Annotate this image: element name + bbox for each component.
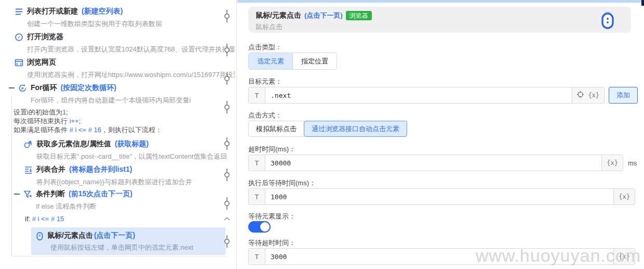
connector-node[interactable] bbox=[223, 44, 231, 56]
step-header-note: (点击下一页) bbox=[304, 11, 343, 20]
click-method-label: 点击方式： bbox=[248, 111, 282, 120]
btn-auto-click-via-browser-api[interactable]: 通过浏览器接口自动点击元素 bbox=[304, 121, 407, 137]
btn-simulate-mouse-click[interactable]: 模拟鼠标点击 bbox=[248, 121, 304, 137]
input-addon-icons: {x} bbox=[572, 87, 604, 103]
connector-node[interactable] bbox=[223, 197, 231, 210]
timeout-row: T 30000 {x} ms bbox=[248, 155, 643, 171]
mouse-icon-large bbox=[601, 10, 614, 30]
step-mouse-click-selected[interactable]: 鼠标/元素点击 (点击下一页) 使用鼠标按钮左键，单击网页中的选定元素.next bbox=[31, 227, 225, 255]
connector-node[interactable] bbox=[223, 235, 231, 248]
step-title: 鼠标/元素点击 bbox=[47, 231, 93, 240]
wait-element-shown-label: 等待元素显示： bbox=[248, 212, 296, 221]
step-get-elements-info[interactable]: 获取多元素信息/属性值 (获取标题) 获取目标元素".post--card__t… bbox=[24, 139, 227, 161]
step-for-loop[interactable]: F For循环 (按固定次数循环) For循环，组件内将自动新建一个本级循环内局… bbox=[9, 83, 191, 105]
loop-init-line: 设置i的初始值为1; bbox=[14, 108, 162, 117]
loop-step-line: 每次循环结束执行 i++; bbox=[14, 117, 162, 125]
target-element-value[interactable]: .next bbox=[265, 87, 572, 103]
connector-node[interactable] bbox=[223, 10, 231, 22]
step-desc: 使用浏览器实例，打开网址https://www.woshipm.com/u/15… bbox=[27, 70, 235, 80]
step-properties-panel: 鼠标/元素点击 (点击下一页) 浏览器 鼠标点击 点击类型： 选定元素 指定位置… bbox=[237, 0, 644, 269]
click-type-tabs: 选定元素 指定位置 bbox=[248, 53, 337, 70]
if-condition-value: # i <= # 15 bbox=[32, 215, 64, 223]
step-condition[interactable]: 条件判断 (前15次点击下一页) If else 流程条件判断 bbox=[14, 189, 132, 211]
browser-badge: 浏览器 bbox=[346, 11, 372, 20]
step-note-link: (获取标题) bbox=[115, 139, 149, 149]
step-header-card: 鼠标/元素点击 (点击下一页) 浏览器 鼠标点击 bbox=[248, 7, 631, 33]
tab-selected-element[interactable]: 选定元素 bbox=[249, 53, 292, 69]
open-browser-icon bbox=[15, 33, 23, 42]
variable-icon[interactable]: {x} bbox=[588, 92, 599, 99]
target-element-label: 目标元素： bbox=[248, 77, 282, 86]
text-type-prefix: T bbox=[249, 189, 265, 204]
scrollbar-thumb[interactable] bbox=[641, 0, 644, 6]
step-open-or-create-list[interactable]: 列表打开或新建 (新建空列表) 创建一个一维数组类型实例用于存取列表数据 bbox=[15, 7, 162, 29]
wait-timeout-value[interactable]: 3000 bbox=[265, 249, 613, 264]
app-window: 列表打开或新建 (新建空列表) 创建一个一维数组类型实例用于存取列表数据 打开浏… bbox=[0, 0, 644, 269]
list-icon bbox=[15, 7, 23, 16]
for-loop-icon: F bbox=[18, 84, 27, 93]
target-picker-icon[interactable] bbox=[577, 91, 584, 99]
connector-node[interactable] bbox=[223, 169, 231, 181]
wait-after-value[interactable]: 1000 bbox=[265, 189, 613, 204]
add-target-button[interactable]: 添加 bbox=[609, 87, 638, 104]
wait-after-input[interactable]: T 1000 {x} bbox=[248, 188, 635, 205]
step-note-link: (按固定次数循环) bbox=[61, 83, 116, 93]
text-type-prefix: T bbox=[249, 249, 265, 264]
if-label: if: bbox=[25, 215, 30, 223]
panel-top-accent bbox=[237, 0, 644, 3]
collapse-dash-icon[interactable] bbox=[9, 87, 15, 88]
wait-timeout-input[interactable]: T 3000 {x} bbox=[248, 248, 635, 265]
multi-element-icon bbox=[24, 140, 33, 149]
for-loop-parameters: 设置i的初始值为1; 每次循环结束执行 i++; 如果满足循环条件 # i <=… bbox=[14, 108, 162, 134]
step-header-desc: 鼠标点击 bbox=[256, 22, 624, 32]
loop-condition-line: 如果满足循环条件 # i <= # 16，则执行以下流程： bbox=[14, 125, 162, 134]
text-type-prefix: T bbox=[249, 87, 265, 103]
timeout-unit: ms bbox=[628, 159, 637, 167]
variable-icon[interactable]: {x} bbox=[613, 249, 635, 264]
step-desc: 使用鼠标按钮左键，单击网页中的选定元素.next bbox=[50, 243, 220, 252]
mouse-icon bbox=[36, 232, 43, 240]
step-open-browser[interactable]: 打开浏览器 打开内置浏览器，设置默认宽度1024默认高度768、设置代理并执行显… bbox=[15, 32, 235, 54]
wait-timeout-row: T 3000 {x} bbox=[248, 248, 643, 265]
step-title: 打开浏览器 bbox=[27, 32, 63, 42]
collapse-chevron-icon[interactable] bbox=[223, 214, 231, 224]
target-element-row: T .next {x} 添加 bbox=[248, 87, 638, 104]
target-element-input[interactable]: T .next {x} bbox=[248, 87, 605, 104]
webpage-icon bbox=[15, 58, 23, 67]
step-desc: 打开内置浏览器，设置默认宽度1024默认高度768、设置代理并执行显... bbox=[27, 45, 235, 54]
timeout-value[interactable]: 30000 bbox=[265, 155, 601, 171]
connector-node[interactable] bbox=[223, 101, 231, 113]
if-condition-row[interactable]: if: # i <= # 15 bbox=[25, 215, 64, 223]
connector-node[interactable] bbox=[223, 137, 231, 150]
variable-icon[interactable]: {x} bbox=[613, 189, 635, 204]
variable-icon[interactable]: {x} bbox=[601, 155, 623, 171]
timeout-input[interactable]: T 30000 {x} bbox=[248, 155, 623, 171]
step-title: 获取多元素信息/属性值 bbox=[36, 139, 111, 149]
for-loop-guide-line bbox=[11, 97, 12, 256]
step-note-link: (前15次点击下一页) bbox=[69, 189, 132, 199]
step-title: 列表打开或新建 bbox=[27, 7, 78, 16]
step-note-link: (新建空列表) bbox=[82, 7, 123, 16]
click-type-label: 点击类型： bbox=[248, 43, 282, 52]
step-desc: For循环，组件内将自动新建一个本级循环内局部变量i bbox=[31, 96, 191, 105]
list-merge-icon bbox=[24, 165, 33, 174]
step-note-link: (点击下一页) bbox=[94, 231, 135, 240]
click-method-buttons: 模拟鼠标点击 通过浏览器接口自动点击元素 bbox=[248, 121, 407, 137]
step-browse-webpage[interactable]: 浏览网页 使用浏览器实例，打开网址https://www.woshipm.com… bbox=[15, 58, 235, 80]
svg-text:F: F bbox=[21, 86, 24, 91]
step-title: For循环 bbox=[31, 83, 57, 93]
wait-element-shown-toggle[interactable] bbox=[248, 221, 271, 233]
step-list-merge[interactable]: 列表合并 (将标题合并到list1) 将列表{{object_name}}与标题… bbox=[24, 165, 192, 187]
step-title: 浏览网页 bbox=[27, 58, 56, 67]
step-desc: 将列表{{object_name}}与标题列表数据进行追加合并 bbox=[36, 177, 192, 187]
tab-specified-position[interactable]: 指定位置 bbox=[292, 53, 337, 69]
text-type-prefix: T bbox=[249, 155, 265, 171]
wait-timeout-label: 等待超时时间： bbox=[248, 238, 296, 248]
timeout-label: 超时时间(ms)： bbox=[248, 145, 296, 154]
collapse-dash-icon[interactable] bbox=[14, 194, 20, 195]
step-header-title: 鼠标/元素点击 bbox=[256, 11, 301, 20]
wait-after-row: T 1000 {x} bbox=[248, 188, 643, 205]
step-note-link: (将标题合并到list1) bbox=[69, 165, 132, 174]
for-loop-end-line bbox=[11, 256, 227, 257]
connector-node[interactable] bbox=[223, 72, 231, 85]
